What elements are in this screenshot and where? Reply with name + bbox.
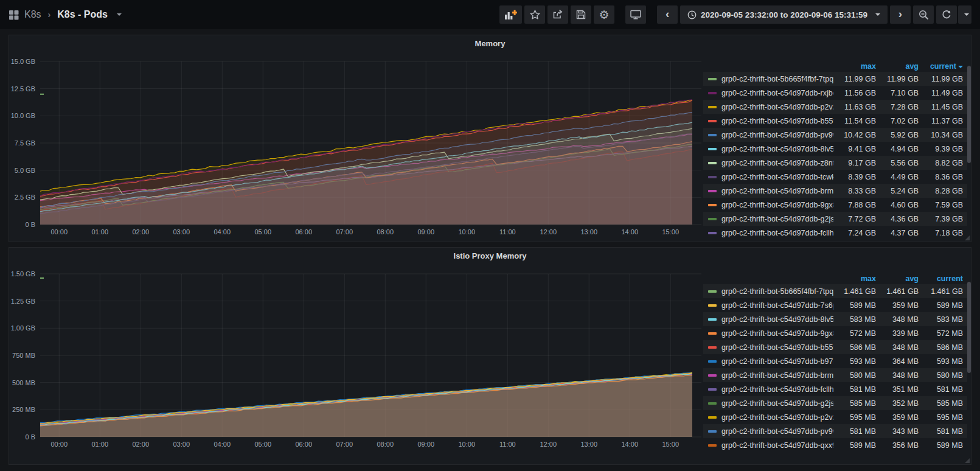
gear-icon: ⚙ xyxy=(599,9,610,21)
legend-series-name[interactable]: grp0-c2-thrift-bot-c54d97ddb-brmtf xyxy=(721,371,833,380)
legend-header-avg[interactable]: avg xyxy=(876,62,919,71)
legend-value-current: 585 MB xyxy=(919,399,963,408)
series-color-swatch[interactable] xyxy=(708,218,717,220)
legend-row: grp0-c2-thrift-bot-c54d97ddb-p2v2j595 MB… xyxy=(703,410,967,424)
panel-istio-title[interactable]: Istio Proxy Memory xyxy=(9,248,971,265)
legend-series-name[interactable]: grp0-c2-thrift-bot-5b665f4fbf-7tpqh xyxy=(721,287,833,296)
time-range-forward-button[interactable]: › xyxy=(890,5,911,24)
series-color-swatch[interactable] xyxy=(708,332,717,335)
svg-text:08:00: 08:00 xyxy=(377,228,394,236)
legend-header-avg[interactable]: avg xyxy=(876,274,919,283)
zoom-out-time-range-button[interactable] xyxy=(913,5,934,24)
series-color-swatch[interactable] xyxy=(708,148,717,150)
legend-series-name[interactable]: grp0-c2-thrift-bot-c54d97ddb-rxjbc xyxy=(721,89,833,97)
legend-series-name[interactable]: grp0-c2-thrift-bot-c54d97ddb-b55vd xyxy=(721,343,833,352)
legend-series-name[interactable]: grp0-c2-thrift-bot-c54d97ddb-g2jsh xyxy=(721,215,833,223)
dashboard-dropdown-caret-icon[interactable] xyxy=(117,13,122,16)
search-minus-icon xyxy=(919,10,929,20)
share-dashboard-button[interactable] xyxy=(547,5,568,24)
series-color-swatch[interactable] xyxy=(708,92,717,94)
legend-series-name[interactable]: grp0-c2-thrift-bot-c54d97ddb-8lv57 xyxy=(721,315,833,324)
series-color-swatch[interactable] xyxy=(708,162,717,164)
series-color-swatch[interactable] xyxy=(708,444,717,447)
series-color-swatch[interactable] xyxy=(708,204,717,206)
series-color-swatch[interactable] xyxy=(708,402,717,405)
legend-row: grp0-c2-thrift-bot-5b665f4fbf-7tpqh1.461… xyxy=(703,284,967,298)
legend-value-max: 7.88 GB xyxy=(833,201,876,209)
legend-series-name[interactable]: grp0-c2-thrift-bot-c54d97ddb-8lv57 xyxy=(721,145,833,153)
legend-value-avg: 364 MB xyxy=(876,357,919,366)
series-color-swatch[interactable] xyxy=(708,388,717,391)
legend-series-name[interactable]: grp0-c2-thrift-bot-c54d97ddb-9gx8r xyxy=(721,329,833,338)
legend-series-name[interactable]: grp0-c2-thrift-bot-c54d97ddb-b97nt xyxy=(721,357,833,366)
legend-value-avg: 359 MB xyxy=(876,301,919,310)
legend-header-current[interactable]: current xyxy=(919,62,963,71)
legend-scrollbar[interactable] xyxy=(967,282,971,373)
legend-header-max[interactable]: max xyxy=(833,62,876,71)
series-color-swatch[interactable] xyxy=(708,290,717,293)
legend-scrollbar[interactable] xyxy=(967,66,971,163)
legend-series-name[interactable]: grp0-c2-thrift-bot-c54d97ddb-7s6pl xyxy=(721,301,833,310)
legend-header-current[interactable]: current xyxy=(919,274,963,283)
legend-series-name[interactable]: grp0-c2-thrift-bot-c54d97ddb-p2v2j xyxy=(721,413,833,422)
svg-text:02:00: 02:00 xyxy=(133,441,150,448)
panel-resize-handle[interactable] xyxy=(965,458,970,463)
legend-value-current: 595 MB xyxy=(919,413,963,422)
series-color-swatch[interactable] xyxy=(708,106,717,108)
svg-text:00:00: 00:00 xyxy=(51,441,68,448)
legend-value-current: 11.99 GB xyxy=(919,75,963,83)
refresh-dashboard-button[interactable] xyxy=(936,5,957,24)
panel-memory-title[interactable]: Memory xyxy=(9,35,971,52)
series-color-swatch[interactable] xyxy=(708,346,717,349)
series-color-swatch[interactable] xyxy=(708,120,717,122)
series-color-swatch[interactable] xyxy=(708,416,717,419)
legend-series-name[interactable]: grp0-c2-thrift-bot-c54d97ddb-pv9w8 xyxy=(721,131,833,139)
refresh-interval-picker[interactable] xyxy=(958,5,971,24)
legend-series-name[interactable]: grp0-c2-thrift-bot-c54d97ddb-qxx96 xyxy=(721,441,833,450)
svg-text:10.0 GB: 10.0 GB xyxy=(11,112,35,119)
legend-value-avg: 359 MB xyxy=(876,413,919,422)
cycle-view-mode-button[interactable] xyxy=(625,5,646,24)
svg-text:250 MB: 250 MB xyxy=(12,406,35,413)
save-dashboard-button[interactable] xyxy=(571,5,591,24)
legend-value-current: 9.39 GB xyxy=(919,145,963,153)
mark-favorite-button[interactable] xyxy=(524,5,545,24)
legend-value-current: 1.461 GB xyxy=(919,287,963,296)
legend-series-name[interactable]: grp0-c2-thrift-bot-c54d97ddb-z8ntw xyxy=(721,159,833,167)
series-color-swatch[interactable] xyxy=(708,430,717,433)
series-color-swatch[interactable] xyxy=(708,304,717,307)
legend-series-name[interactable]: grp0-c2-thrift-bot-c54d97ddb-b55vd xyxy=(721,117,833,125)
series-color-swatch[interactable] xyxy=(708,374,717,377)
legend-series-name[interactable]: grp0-c2-thrift-bot-c54d97ddb-g2jsh xyxy=(721,399,833,408)
memory-chart-canvas[interactable]: 15.0 GB12.5 GB10.0 GB7.5 GB5.0 GB2.5 GB0… xyxy=(9,52,703,242)
dashboard-title[interactable]: K8s - Pods xyxy=(57,9,108,20)
series-color-swatch[interactable] xyxy=(708,190,717,192)
add-panel-button[interactable] xyxy=(499,5,522,24)
series-color-swatch[interactable] xyxy=(708,360,717,363)
legend-series-name[interactable]: grp0-c2-thrift-bot-c54d97ddb-fcllh xyxy=(721,229,833,237)
dashboard-settings-button[interactable]: ⚙ xyxy=(594,5,614,24)
time-range-back-button[interactable]: ‹ xyxy=(657,5,678,24)
time-range-picker[interactable]: 2020-09-05 23:32:00 to 2020-09-06 15:31:… xyxy=(680,5,888,24)
breadcrumb-folder[interactable]: K8s xyxy=(24,9,41,20)
legend-series-name[interactable]: grp0-c2-thrift-bot-c54d97ddb-p2v2j xyxy=(721,103,833,111)
series-color-swatch[interactable] xyxy=(708,78,717,80)
legend-value-current: 11.37 GB xyxy=(919,117,963,125)
series-color-swatch[interactable] xyxy=(708,318,717,321)
legend-series-name[interactable]: grp0-c2-thrift-bot-c54d97ddb-brmtf xyxy=(721,187,833,195)
series-color-swatch[interactable] xyxy=(708,134,717,136)
legend-series-name[interactable]: grp0-c2-thrift-bot-c54d97ddb-9gx8r xyxy=(721,201,833,209)
panel-resize-handle[interactable] xyxy=(965,236,970,240)
legend-row: grp0-c2-thrift-bot-5b665f4fbf-7tpqh11.99… xyxy=(703,72,967,86)
series-color-swatch[interactable] xyxy=(708,232,717,234)
legend-series-name[interactable]: grp0-c2-thrift-bot-c54d97ddb-tcwkg xyxy=(721,173,833,181)
apps-grid-icon[interactable] xyxy=(9,10,19,20)
legend-value-avg: 5.56 GB xyxy=(876,159,919,167)
legend-series-name[interactable]: grp0-c2-thrift-bot-5b665f4fbf-7tpqh xyxy=(721,75,833,83)
legend-series-name[interactable]: grp0-c2-thrift-bot-c54d97ddb-fcllh xyxy=(721,385,833,394)
istio-chart-canvas[interactable]: 1.50 GB1.25 GB1.00 GB750 MB500 MB250 MB0… xyxy=(9,265,703,454)
clock-icon xyxy=(687,10,697,19)
legend-series-name[interactable]: grp0-c2-thrift-bot-c54d97ddb-pv9w8 xyxy=(721,427,833,436)
legend-header-max[interactable]: max xyxy=(833,274,876,283)
series-color-swatch[interactable] xyxy=(708,176,717,178)
